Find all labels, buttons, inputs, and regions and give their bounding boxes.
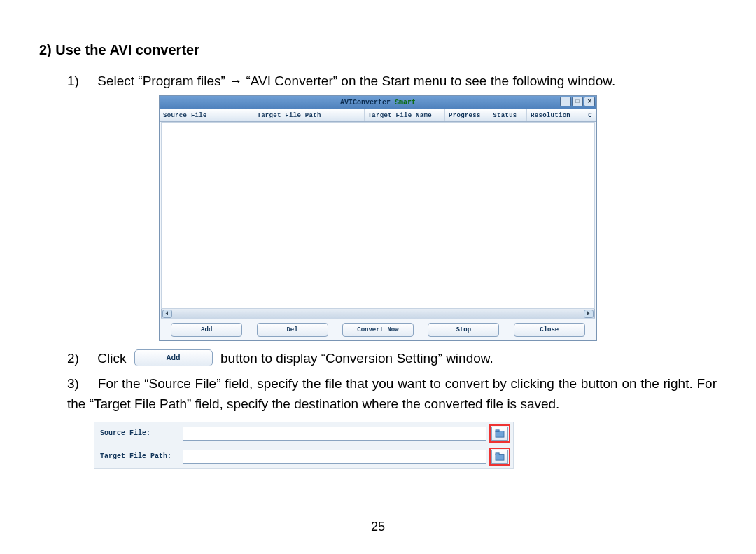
open-folder-icon: [495, 452, 505, 461]
inline-add-button[interactable]: Add: [134, 349, 213, 366]
horizontal-scrollbar[interactable]: ⏴ ⏵: [161, 309, 595, 319]
close-button[interactable]: Close: [514, 323, 585, 337]
window-title: AVIConverter Smart: [340, 99, 416, 106]
step-3: 3) For the “Source File” field, specify …: [39, 373, 717, 415]
source-browse-button[interactable]: [491, 427, 508, 441]
page-number: 25: [0, 520, 756, 534]
col-extra[interactable]: C: [584, 109, 596, 121]
source-browse-highlight: [489, 424, 510, 443]
step-1-text: Select “Program files” → “AVI Converter”…: [97, 74, 615, 88]
target-browse-highlight: [489, 448, 510, 466]
col-source-file[interactable]: Source File: [160, 109, 253, 121]
avi-converter-window: AVIConverter Smart – □ ✕ Source File Tar…: [159, 95, 597, 341]
section-heading: 2) Use the AVI converter: [39, 42, 717, 58]
convert-now-button[interactable]: Convert Now: [342, 323, 414, 337]
col-progress[interactable]: Progress: [445, 109, 489, 121]
col-target-path[interactable]: Target File Path: [253, 109, 364, 121]
column-headers: Source File Target File Path Target File…: [160, 109, 596, 122]
col-status[interactable]: Status: [489, 109, 527, 121]
button-row: Add Del Convert Now Stop Close: [160, 319, 596, 340]
conversion-fields-fragment: Source File: Target File Path:: [94, 422, 514, 469]
target-path-label: Target File Path:: [94, 452, 183, 460]
target-browse-button[interactable]: [491, 450, 508, 464]
open-file-icon: [495, 429, 505, 438]
close-icon[interactable]: ✕: [584, 97, 595, 106]
step-1: 1) Select “Program files” → “AVI Convert…: [39, 71, 717, 91]
col-target-name[interactable]: Target File Name: [365, 109, 445, 121]
window-title-suffix: Smart: [391, 99, 416, 106]
target-path-row: Target File Path:: [94, 445, 514, 469]
source-file-row: Source File:: [94, 422, 514, 445]
step-2: 2) Click Add button to display “Conversi…: [39, 348, 717, 368]
window-title-main: AVIConverter: [340, 99, 391, 106]
step-2-text-b: button to display “Conversion Setting” w…: [220, 351, 493, 366]
source-file-label: Source File:: [94, 429, 183, 437]
step-3-text: For the “Source File” field, specify the…: [67, 376, 717, 411]
source-file-input[interactable]: [183, 427, 486, 441]
col-resolution[interactable]: Resolution: [527, 109, 584, 121]
add-button[interactable]: Add: [171, 323, 242, 337]
target-path-input[interactable]: [183, 450, 486, 464]
del-button[interactable]: Del: [257, 323, 328, 337]
minimize-icon[interactable]: –: [560, 97, 571, 106]
step-2-text-a: Click: [97, 351, 126, 366]
scroll-right-icon[interactable]: ⏵: [584, 310, 594, 318]
svg-rect-3: [496, 453, 499, 455]
step-2-num: 2): [67, 348, 94, 368]
file-list-area[interactable]: [161, 122, 595, 309]
titlebar[interactable]: AVIConverter Smart – □ ✕: [160, 96, 596, 109]
scroll-left-icon[interactable]: ⏴: [162, 310, 172, 318]
svg-rect-1: [496, 430, 499, 432]
stop-button[interactable]: Stop: [428, 323, 499, 337]
maximize-icon[interactable]: □: [572, 97, 583, 106]
step-1-num: 1): [67, 71, 94, 91]
step-3-num: 3): [67, 373, 94, 394]
